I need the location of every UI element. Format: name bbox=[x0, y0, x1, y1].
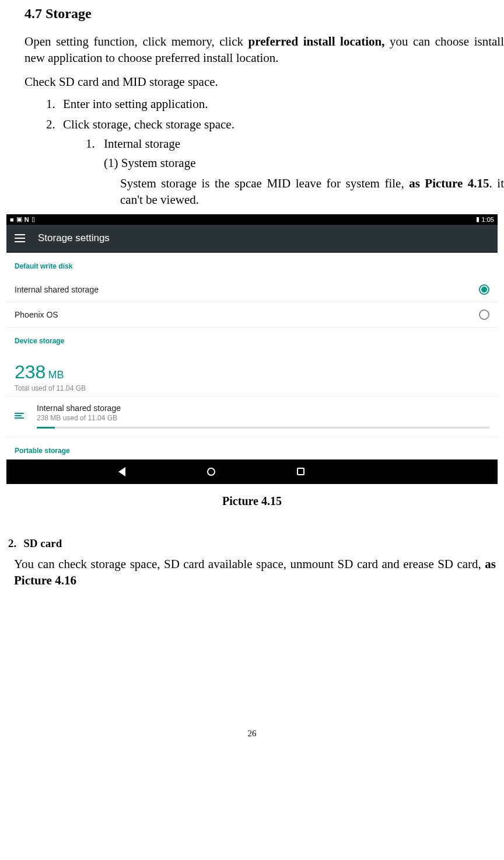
clock-time: 1:05 bbox=[482, 216, 494, 223]
hamburger-icon[interactable] bbox=[15, 234, 25, 242]
storage-item-name: Internal shared storage bbox=[37, 403, 489, 413]
storage-progress-bar bbox=[37, 427, 489, 429]
radio-selected-icon[interactable] bbox=[479, 284, 489, 295]
option-label: Internal shared storage bbox=[15, 285, 99, 294]
battery-icon: ▮ bbox=[476, 215, 480, 223]
settings-content: Default write disk Internal shared stora… bbox=[6, 253, 498, 459]
sub-steps-list: Internal storage (1) System storage Syst… bbox=[98, 137, 504, 208]
section-default-write: Default write disk bbox=[6, 253, 498, 277]
sd-card-paragraph: You can check storage space, SD card ava… bbox=[14, 556, 496, 589]
system-storage-label: (1) System storage bbox=[104, 156, 504, 170]
section-device-storage: Device storage bbox=[6, 328, 498, 352]
storage-icon bbox=[15, 413, 26, 419]
notif-icon: ▣ bbox=[16, 215, 22, 223]
section-heading: 4.7 Storage bbox=[24, 6, 504, 22]
intro-paragraph: Open setting function, click memory, cli… bbox=[24, 33, 504, 67]
system-storage-desc: System storage is the spcae MID leave fo… bbox=[120, 175, 504, 208]
radio-unselected-icon[interactable] bbox=[479, 309, 489, 320]
step-item: Click storage, check storage space. Inte… bbox=[58, 117, 504, 208]
embedded-screenshot: ■ ▣ N ▯ ▮ 1:05 Storage settings Default … bbox=[6, 214, 498, 484]
internal-storage-item: Internal storage (1) System storage Syst… bbox=[98, 137, 504, 208]
option-label: Phoenix OS bbox=[15, 310, 58, 319]
notif-icon: N bbox=[24, 216, 29, 223]
status-right: ▮ 1:05 bbox=[476, 215, 494, 223]
storage-item-detail: 238 MB used of 11.04 GB bbox=[37, 414, 489, 422]
steps-list: Enter into setting application. Click st… bbox=[58, 97, 504, 208]
usage-value: 238MB bbox=[15, 361, 489, 383]
usage-summary: 238MB Total used of 11.04 GB bbox=[6, 352, 498, 396]
sim-icon: ▯ bbox=[32, 215, 35, 223]
status-bar: ■ ▣ N ▯ ▮ 1:05 bbox=[6, 214, 498, 225]
internal-storage-row[interactable]: Internal shared storage 238 MB used of 1… bbox=[6, 396, 498, 437]
figure-caption: Picture 4.15 bbox=[0, 495, 504, 508]
nav-back-icon[interactable] bbox=[118, 467, 125, 476]
usage-total: Total used of 11.04 GB bbox=[15, 384, 489, 392]
option-phoenix-os[interactable]: Phoenix OS bbox=[6, 302, 498, 328]
status-left-icons: ■ ▣ N ▯ bbox=[10, 215, 35, 223]
section-portable-storage: Portable storage bbox=[6, 437, 498, 459]
nav-recent-icon[interactable] bbox=[297, 468, 304, 475]
navigation-bar bbox=[6, 459, 498, 484]
step-item: Enter into setting application. bbox=[58, 97, 504, 112]
sd-card-heading: 2.SD card bbox=[8, 537, 496, 550]
nav-home-icon[interactable] bbox=[207, 468, 215, 476]
app-bar-title: Storage settings bbox=[38, 232, 110, 244]
check-line: Check SD card and MID storage space. bbox=[24, 74, 504, 90]
page-number: 26 bbox=[0, 729, 504, 739]
notif-icon: ■ bbox=[10, 216, 14, 223]
option-internal-shared[interactable]: Internal shared storage bbox=[6, 277, 498, 302]
app-bar: Storage settings bbox=[6, 225, 498, 253]
